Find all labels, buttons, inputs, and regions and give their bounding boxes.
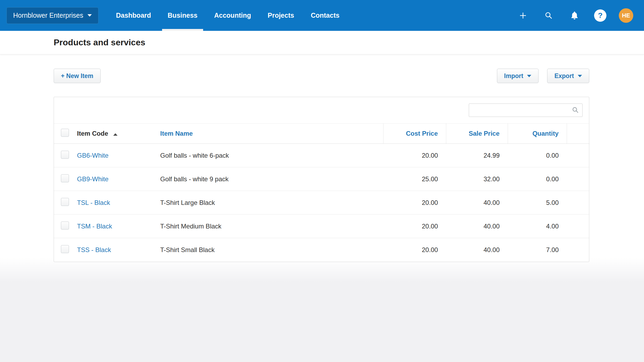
column-header-item-code[interactable]: Item Code [75, 124, 160, 144]
column-header-quantity[interactable]: Quantity [508, 124, 567, 144]
toolbar: + New Item Import Export [54, 69, 589, 83]
avatar-initials: HE [622, 12, 630, 19]
user-avatar[interactable]: HE [619, 8, 633, 23]
table-row: TSM - Black T-Shirt Medium Black 20.00 4… [54, 215, 590, 238]
row-checkbox[interactable] [61, 221, 69, 230]
nav-item-label: Projects [268, 12, 294, 19]
quantity: 0.00 [508, 167, 567, 191]
item-name: T-Shirt Small Black [160, 238, 383, 262]
item-name: T-Shirt Large Black [160, 191, 383, 215]
search-input[interactable] [469, 104, 583, 117]
quantity: 7.00 [508, 238, 567, 262]
item-name: Golf balls - white 6-pack [160, 144, 383, 167]
nav-item-dashboard[interactable]: Dashboard [108, 0, 159, 31]
new-item-button[interactable]: + New Item [54, 69, 101, 83]
chevron-down-icon [578, 75, 582, 77]
column-header-sale-price[interactable]: Sale Price [446, 124, 508, 144]
chevron-down-icon [87, 14, 92, 17]
nav-item-contacts[interactable]: Contacts [302, 0, 348, 31]
item-name: Golf balls - white 9 pack [160, 167, 383, 191]
quantity: 4.00 [508, 215, 567, 238]
select-all-checkbox[interactable] [61, 129, 69, 137]
nav-item-accounting[interactable]: Accounting [206, 0, 259, 31]
nav-item-label: Dashboard [116, 12, 151, 19]
item-code-link[interactable]: GB6-White [77, 152, 108, 159]
table-row: TSL - Black T-Shirt Large Black 20.00 40… [54, 191, 590, 215]
page-content: + New Item Import Export [0, 54, 644, 362]
row-checkbox[interactable] [61, 198, 69, 206]
top-navigation-bar: Hornblower Enterprises Dashboard Busines… [0, 0, 644, 31]
row-checkbox[interactable] [61, 174, 69, 182]
primary-nav: Dashboard Business Accounting Projects C… [108, 0, 348, 31]
table-header-row: Item Code Item Name Cost Price Sale Pric… [54, 124, 590, 144]
item-name: T-Shirt Medium Black [160, 215, 383, 238]
cost-price: 20.00 [383, 238, 446, 262]
table-search [469, 104, 583, 117]
sale-price: 24.99 [446, 144, 508, 167]
products-table-card: Item Code Item Name Cost Price Sale Pric… [54, 97, 589, 262]
row-checkbox[interactable] [61, 151, 69, 159]
quantity: 0.00 [508, 144, 567, 167]
company-name: Hornblower Enterprises [13, 12, 83, 19]
sale-price: 32.00 [446, 167, 508, 191]
cost-price: 20.00 [383, 144, 446, 167]
import-button[interactable]: Import [497, 69, 539, 83]
quantity: 5.00 [508, 191, 567, 215]
plus-icon[interactable] [516, 8, 530, 23]
export-label: Export [554, 72, 574, 80]
item-code-link[interactable]: TSL - Black [77, 199, 110, 206]
company-selector[interactable]: Hornblower Enterprises [6, 7, 98, 24]
item-code-link[interactable]: TSS - Black [77, 246, 111, 253]
item-code-link[interactable]: GB9-White [77, 175, 108, 183]
nav-item-label: Contacts [311, 12, 339, 19]
page-title-bar: Products and services [0, 31, 644, 54]
table-row: GB9-White Golf balls - white 9 pack 25.0… [54, 167, 590, 191]
sort-ascending-icon [113, 133, 118, 136]
nav-item-label: Accounting [214, 12, 251, 19]
table-row: GB6-White Golf balls - white 6-pack 20.0… [54, 144, 590, 167]
page-title: Products and services [54, 38, 145, 47]
nav-utility-icons: ? HE [516, 8, 633, 23]
cost-price: 20.00 [383, 191, 446, 215]
cost-price: 25.00 [383, 167, 446, 191]
bell-icon[interactable] [567, 8, 582, 23]
sale-price: 40.00 [446, 191, 508, 215]
products-table: Item Code Item Name Cost Price Sale Pric… [54, 123, 590, 262]
nav-item-business[interactable]: Business [159, 0, 206, 31]
sale-price: 40.00 [446, 215, 508, 238]
cost-price: 20.00 [383, 215, 446, 238]
help-glyph: ? [598, 11, 602, 20]
export-button[interactable]: Export [547, 69, 589, 83]
column-header-item-name[interactable]: Item Name [160, 124, 383, 144]
sale-price: 40.00 [446, 238, 508, 262]
new-item-label: + New Item [61, 72, 93, 80]
nav-item-label: Business [168, 12, 197, 19]
nav-item-projects[interactable]: Projects [259, 0, 302, 31]
help-icon[interactable]: ? [593, 8, 608, 23]
search-icon[interactable] [541, 8, 556, 23]
table-row: TSS - Black T-Shirt Small Black 20.00 40… [54, 238, 590, 262]
chevron-down-icon [527, 75, 531, 77]
item-code-link[interactable]: TSM - Black [77, 223, 112, 230]
row-checkbox[interactable] [61, 245, 69, 253]
import-label: Import [504, 72, 524, 80]
column-header-cost-price[interactable]: Cost Price [383, 124, 446, 144]
